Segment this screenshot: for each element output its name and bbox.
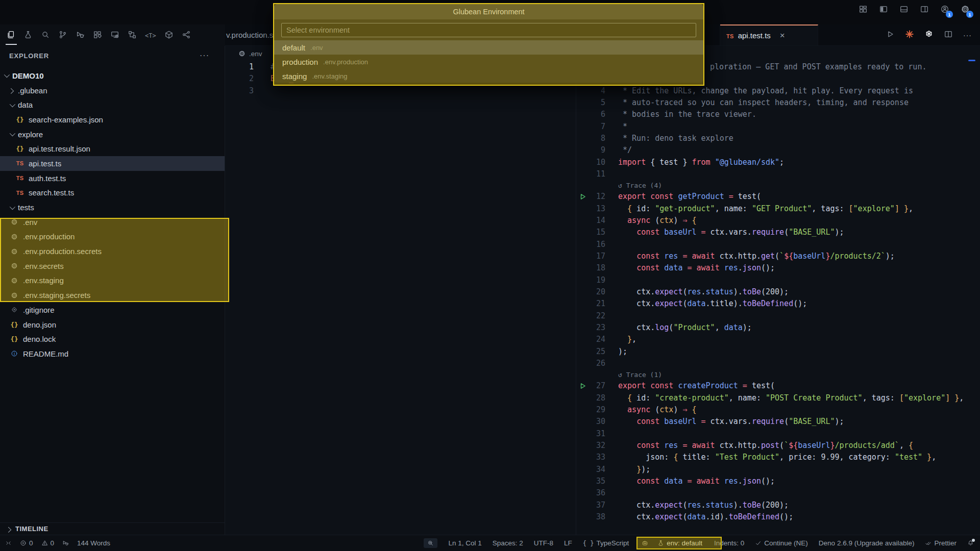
environment-option-default[interactable]: default.env xyxy=(274,40,703,55)
activity-files-button[interactable] xyxy=(6,30,15,41)
explorer-folder-explore[interactable]: explore xyxy=(0,127,225,142)
code-text: ctx.expect(res.status).toBe(200); xyxy=(618,499,789,511)
code-line-24: 24 }, xyxy=(576,334,980,345)
explorer-root-folder[interactable]: DEMO10 xyxy=(0,68,225,83)
editor-decoration-dash xyxy=(968,60,975,61)
line-number: 21 xyxy=(576,298,605,310)
code-text: ctx.expect(data.title).toBeDefined(); xyxy=(618,298,807,310)
explorer-item-deno.lock[interactable]: {}deno.lock xyxy=(0,332,225,346)
codelens-Trace-1-[interactable]: ↺ Trace (1) xyxy=(618,369,662,380)
explorer-item-auth.test.ts[interactable]: TSauth.test.ts xyxy=(0,171,225,186)
explorer-item-.gitignore[interactable]: .gitignore xyxy=(0,303,225,317)
file-icon: {} xyxy=(15,116,24,123)
environment-option-production[interactable]: production.env.production xyxy=(274,55,703,69)
statusbar-item-robot[interactable] xyxy=(642,540,648,546)
tab-api-test-ts[interactable]: TSapi.test.ts× xyxy=(720,24,818,45)
statusbar-item-ln-1-col-1[interactable]: Ln 1, Col 1 xyxy=(448,539,481,547)
activity-remote-screen-button[interactable] xyxy=(110,30,119,41)
activity-search-button[interactable] xyxy=(41,30,50,41)
explorer-folder-data[interactable]: data xyxy=(0,97,225,112)
code-text: * bodies in the trace viewer. xyxy=(618,109,756,120)
share-icon xyxy=(182,30,191,39)
statusbar-item-0[interactable]: 0 xyxy=(41,539,55,547)
codelens-Trace-4-[interactable]: ↺ Trace (4) xyxy=(618,180,662,191)
code-line-36: 36 xyxy=(576,487,980,499)
explorer-item-.env.staging[interactable]: .env.staging xyxy=(0,273,225,288)
explorer-item-search-examples.json[interactable]: {}search-examples.json xyxy=(0,112,225,127)
tab-env-production-secrets[interactable]: v.production.sec xyxy=(226,24,281,45)
statusbar-item-prettier[interactable]: Prettier xyxy=(925,539,957,547)
code-line-25: 25); xyxy=(576,346,980,358)
statusbar-item-continue-ne-[interactable]: Continue (NE) xyxy=(755,539,808,547)
titlebar-panel-right-button[interactable] xyxy=(920,5,929,15)
explorer-folder-tests[interactable]: tests xyxy=(0,200,225,215)
statusbar-item-zoom-in[interactable] xyxy=(424,538,437,548)
notification-badge: 1 xyxy=(946,11,953,18)
titlebar-panel-left-button[interactable] xyxy=(879,5,888,15)
explorer-item-README.md[interactable]: README.md xyxy=(0,346,225,361)
activity-share-button[interactable] xyxy=(182,30,191,41)
activity-flask-button[interactable] xyxy=(23,30,33,41)
explorer-folder-.glubean[interactable]: .glubean xyxy=(0,83,225,98)
activity-symbols-button[interactable] xyxy=(128,30,137,41)
explorer-title: EXPLORER xyxy=(9,52,49,60)
statusbar-item-lf[interactable]: LF xyxy=(564,539,572,547)
close-icon[interactable]: × xyxy=(780,31,785,41)
environment-option-staging[interactable]: staging.env.staging xyxy=(274,69,703,83)
editor-action-starburst-button[interactable] xyxy=(905,30,914,40)
code-line-6: 6 * bodies in the trace viewer. xyxy=(576,109,980,120)
statusbar-item-typescript[interactable]: { }TypeScript xyxy=(583,539,629,547)
breadcrumb[interactable]: .env xyxy=(238,46,262,61)
error-circle-icon xyxy=(20,540,27,546)
explorer-item-.env.production.secrets[interactable]: .env.production.secrets xyxy=(0,244,225,259)
statusbar-item-spaces-2[interactable]: Spaces: 2 xyxy=(493,539,523,547)
file-tree: DEMO10.glubeandata{}search-examples.json… xyxy=(0,68,225,361)
line-number: 24 xyxy=(576,334,605,345)
statusbar-item-utf-8[interactable]: UTF-8 xyxy=(534,539,553,547)
statusbar-label: UTF-8 xyxy=(534,539,553,547)
explorer-item-.env.production[interactable]: .env.production xyxy=(0,230,225,244)
explorer-actions-button[interactable]: ··· xyxy=(200,51,209,60)
activity-type-param-button[interactable]: <T> xyxy=(145,31,156,39)
statusbar-item-0[interactable]: 0 xyxy=(20,539,33,547)
titlebar-account-button[interactable]: 1 xyxy=(940,5,949,15)
statusbar-item-bug-play[interactable] xyxy=(62,540,69,546)
explorer-item-api.test.result.json[interactable]: {}api.test.result.json xyxy=(0,141,225,156)
double-check-icon xyxy=(925,540,932,546)
editor-action-split-button[interactable] xyxy=(944,30,953,40)
timeline-panel-header[interactable]: TIMELINE xyxy=(0,522,225,535)
explorer-item-deno.json[interactable]: {}deno.json xyxy=(0,317,225,332)
editor-action-run-button[interactable] xyxy=(886,30,895,40)
activity-git-branch-button[interactable] xyxy=(58,30,67,41)
layout-icon xyxy=(859,5,868,14)
explorer-item-.env.secrets[interactable]: .env.secrets xyxy=(0,259,225,273)
file-label: .env.production xyxy=(23,232,75,241)
titlebar-layout-button[interactable] xyxy=(859,5,868,15)
explorer-item-.env.staging.secrets[interactable]: .env.staging.secrets xyxy=(0,288,225,303)
file-icon: {} xyxy=(10,335,19,343)
environment-search-input[interactable] xyxy=(282,26,696,34)
statusbar-item-env-default[interactable]: env: default xyxy=(657,539,702,547)
activity-cube-button[interactable] xyxy=(164,30,174,41)
chevron-down-icon xyxy=(10,131,15,136)
statusbar-item-144-words[interactable]: 144 Words xyxy=(77,539,110,547)
explorer-item-search.test.ts[interactable]: TSsearch.test.ts xyxy=(0,186,225,201)
editor-action-openai-button[interactable] xyxy=(924,30,934,40)
file-label: .env.production.secrets xyxy=(23,247,102,256)
explorer-item-api.test.ts[interactable]: TSapi.test.ts xyxy=(0,156,225,171)
statusbar-item-deno-2-6-9-upgrade-available-[interactable]: Deno 2.6.9 (Upgrade available) xyxy=(819,539,915,547)
editor-action-more-button[interactable]: ··· xyxy=(963,31,972,39)
explorer-item-.env[interactable]: .env xyxy=(0,215,225,230)
titlebar-gear-button[interactable]: 1 xyxy=(961,5,970,15)
code-text: const res = await ctx.http.post(`${baseU… xyxy=(618,440,913,452)
line-number: 33 xyxy=(576,452,605,463)
code-line-38: 38 ctx.expect(data.id).toBeDefined(); xyxy=(576,511,980,523)
activity-extensions-button[interactable] xyxy=(93,30,102,41)
code-line-12: 12export const getProduct = test( xyxy=(576,191,980,203)
code-line-21: 21 ctx.expect(data.title).toBeDefined(); xyxy=(576,298,980,310)
statusbar-item-remote-indicator[interactable] xyxy=(5,540,12,546)
activity-bug-play-button[interactable] xyxy=(76,30,85,41)
code-line-29: 29 async (ctx) ⇒ { xyxy=(576,404,980,416)
statusbar-item-bell[interactable] xyxy=(967,540,974,546)
titlebar-panel-bottom-button[interactable] xyxy=(899,5,909,15)
